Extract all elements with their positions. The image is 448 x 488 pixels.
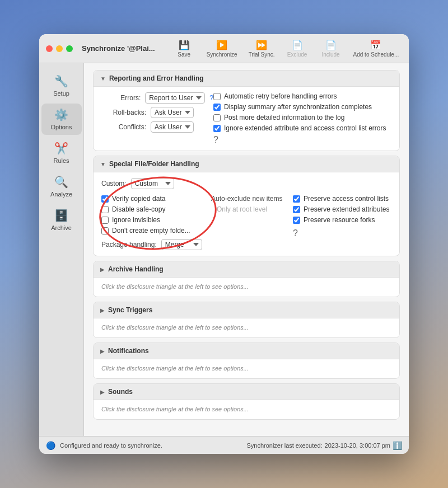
- status-right-label: Synchronizer last executed:: [246, 442, 322, 449]
- reporting-help-icon[interactable]: ?: [213, 135, 218, 144]
- ignore-invisibles-checkbox[interactable]: [101, 217, 109, 224]
- archive-icon: 🗄️: [54, 209, 68, 222]
- sidebar-item-setup[interactable]: 🔧 Setup: [41, 70, 82, 101]
- include-label: Include: [321, 51, 339, 58]
- archive-chevron-icon: ▶: [100, 266, 105, 273]
- preserve-ext-checkbox[interactable]: [293, 206, 300, 213]
- auto-retry-row: Automatic retry before handling errors: [213, 92, 391, 100]
- synchronize-label: Synchronize: [207, 51, 237, 58]
- preserve-acl-row: Preserve access control lists: [293, 195, 391, 203]
- errors-help-icon[interactable]: ?: [209, 94, 213, 102]
- analyze-icon: 🔍: [54, 175, 68, 189]
- include-icon: 📄: [325, 40, 337, 50]
- add-schedule-label: Add to Schedule...: [353, 51, 399, 58]
- custom-label: Custom:: [101, 180, 127, 187]
- post-detailed-checkbox[interactable]: [213, 114, 221, 121]
- info-icon[interactable]: ℹ️: [393, 441, 402, 450]
- trial-sync-icon: ⏩: [256, 40, 267, 50]
- close-button[interactable]: [46, 45, 53, 52]
- save-icon: 💾: [179, 40, 190, 50]
- display-summary-checkbox[interactable]: [213, 104, 221, 111]
- archive-label: Archive: [51, 224, 72, 231]
- dont-create-empty-checkbox[interactable]: [101, 227, 109, 234]
- conflicts-select[interactable]: Ask User Always Never: [151, 121, 194, 133]
- preserve-ext-label[interactable]: Preserve extended attributes: [304, 205, 389, 213]
- add-schedule-icon: 📅: [370, 40, 381, 50]
- save-button[interactable]: 💾 Save: [169, 37, 200, 60]
- exclude-button[interactable]: 📄 Exclude: [282, 37, 313, 60]
- only-root-label: Only at root level: [217, 205, 284, 213]
- options-label: Options: [51, 124, 72, 130]
- special-chevron-icon: ▼: [100, 161, 106, 167]
- disable-safecopy-label[interactable]: Disable safe-copy: [112, 205, 165, 213]
- verify-copied-label[interactable]: Verify copied data: [112, 195, 165, 203]
- special-left: Verify copied data Disable safe-copy Ign…: [101, 195, 202, 250]
- special-section: ▼ Special File/Folder Handling Custom: C…: [93, 156, 400, 256]
- errors-select[interactable]: Report to User Stop Ask User: [145, 92, 205, 104]
- verify-copied-row: Verify copied data: [101, 195, 202, 203]
- sidebar-item-options[interactable]: ⚙️ Options: [41, 104, 82, 135]
- notifications-hint: Click the disclosure triangle at the lef…: [101, 365, 249, 372]
- conflicts-label: Conflicts:: [101, 123, 146, 131]
- package-select[interactable]: Merge Keep Replace: [161, 239, 202, 250]
- preserve-acl-label[interactable]: Preserve access control lists: [304, 195, 389, 203]
- preserve-acl-checkbox[interactable]: [293, 195, 300, 203]
- special-help-icon[interactable]: ?: [293, 228, 391, 238]
- auto-retry-label[interactable]: Automatic retry before handling errors: [224, 92, 337, 100]
- special-right: Preserve access control lists Preserve e…: [293, 195, 391, 250]
- ignore-extended-checkbox[interactable]: [213, 125, 221, 132]
- preserve-res-checkbox[interactable]: [293, 217, 300, 224]
- sidebar-item-archive[interactable]: 🗄️ Archive: [41, 204, 82, 236]
- sounds-section-title: Sounds: [108, 388, 133, 396]
- notifications-section-title: Notifications: [108, 347, 149, 355]
- more-button[interactable]: >>: [408, 42, 409, 55]
- app-window: Synchronize '@Plai... 💾 Save ▶️ Synchron…: [39, 34, 409, 454]
- reporting-left: Errors: Report to User Stop Ask User ? R…: [101, 92, 213, 145]
- ignore-invisibles-label[interactable]: Ignore invisibles: [112, 216, 160, 224]
- rollbacks-row: Roll-backs: Ask User Always Never: [101, 107, 213, 118]
- archive-section-header[interactable]: ▶ Archive Handling: [94, 261, 399, 278]
- status-text: Configured and ready to synchronize.: [60, 442, 242, 449]
- archive-section: ▶ Archive Handling Click the disclosure …: [93, 261, 400, 297]
- notifications-section: ▶ Notifications Click the disclosure tri…: [93, 342, 400, 379]
- conflicts-row: Conflicts: Ask User Always Never: [101, 121, 213, 133]
- custom-select[interactable]: Custom Standard: [131, 178, 174, 189]
- trial-sync-button[interactable]: ⏩ Trial Sync.: [244, 37, 279, 60]
- sidebar-item-analyze[interactable]: 🔍 Analyze: [41, 171, 82, 202]
- reporting-section-header[interactable]: ▼ Reporting and Error Handling: [94, 71, 399, 87]
- maximize-button[interactable]: [66, 45, 73, 52]
- sounds-section-header[interactable]: ▶ Sounds: [94, 384, 399, 400]
- rollbacks-select[interactable]: Ask User Always Never: [151, 107, 194, 118]
- special-middle: Auto-exclude new items Only at root leve…: [211, 195, 284, 250]
- display-summary-label[interactable]: Display summary after synchronization co…: [224, 103, 372, 111]
- sync-triggers-body: Click the disclosure triangle at the lef…: [94, 318, 399, 337]
- dont-create-empty-label[interactable]: Don't create empty folde...: [112, 227, 190, 234]
- special-section-title: Special File/Folder Handling: [109, 160, 199, 168]
- trial-sync-label: Trial Sync.: [249, 51, 275, 58]
- sidebar-item-rules[interactable]: ✂️ Rules: [41, 137, 82, 168]
- sounds-body: Click the disclosure triangle at the lef…: [94, 400, 399, 419]
- preserve-ext-row: Preserve extended attributes: [293, 205, 391, 213]
- preserve-res-label[interactable]: Preserve resource forks: [304, 216, 375, 224]
- special-section-header[interactable]: ▼ Special File/Folder Handling: [94, 156, 399, 172]
- errors-row: Errors: Report to User Stop Ask User ?: [101, 92, 213, 104]
- disable-safecopy-row: Disable safe-copy: [101, 205, 202, 213]
- reporting-section-title: Reporting and Error Handling: [109, 74, 204, 82]
- ignore-extended-label[interactable]: Ignore extended attribute and access con…: [224, 124, 386, 132]
- errors-label: Errors:: [101, 94, 141, 102]
- auto-retry-checkbox[interactable]: [213, 93, 221, 100]
- verify-copied-checkbox[interactable]: [101, 195, 109, 203]
- include-button[interactable]: 📄 Include: [315, 37, 347, 60]
- post-detailed-label[interactable]: Post more detailed information to the lo…: [224, 114, 344, 121]
- special-columns: Verify copied data Disable safe-copy Ign…: [101, 195, 391, 250]
- add-schedule-button[interactable]: 📅 Add to Schedule...: [349, 37, 404, 60]
- minimize-button[interactable]: [56, 45, 63, 52]
- post-detailed-row: Post more detailed information to the lo…: [213, 114, 391, 121]
- sync-triggers-hint: Click the disclosure triangle at the lef…: [101, 324, 249, 331]
- synchronize-button[interactable]: ▶️ Synchronize: [202, 37, 242, 60]
- sync-triggers-section-title: Sync Triggers: [108, 306, 152, 314]
- disable-safecopy-checkbox[interactable]: [101, 206, 109, 213]
- sounds-hint: Click the disclosure triangle at the lef…: [101, 406, 249, 412]
- sync-triggers-section-header[interactable]: ▶ Sync Triggers: [94, 302, 399, 318]
- notifications-section-header[interactable]: ▶ Notifications: [94, 343, 399, 359]
